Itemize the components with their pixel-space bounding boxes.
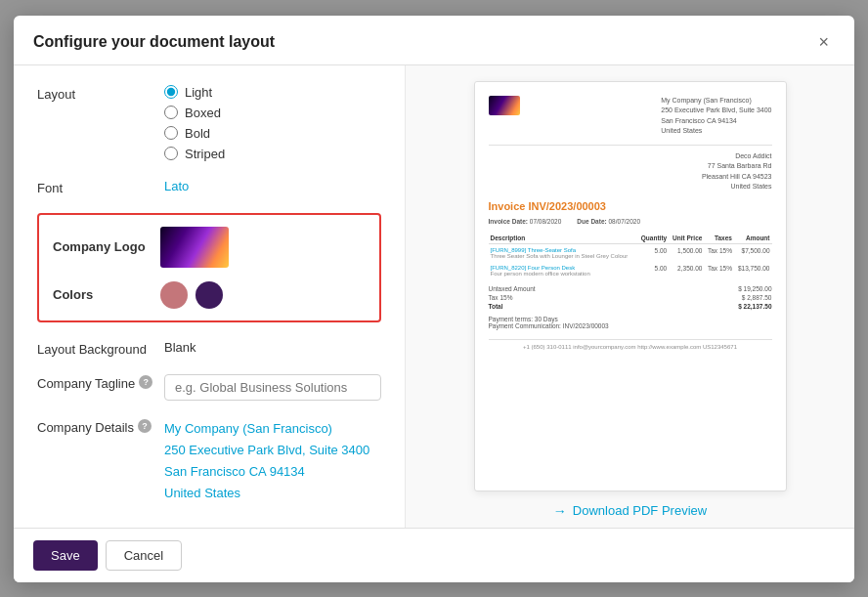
company-logo-colors-box: Company Logo Colors <box>37 213 381 322</box>
modal-body: Layout Light Boxed Bold <box>14 65 854 528</box>
inv-invoice-date: Invoice Date: 07/08/2020 <box>489 218 562 225</box>
company-details-label: Company Details <box>37 418 134 435</box>
cancel-button[interactable]: Cancel <box>106 540 182 571</box>
color-swatch-purple[interactable] <box>195 281 223 309</box>
inv-total-value: $ 22,137.50 <box>738 303 771 310</box>
company-details-label-wrap: Company Details ? <box>37 418 164 435</box>
inv-due-date-label: Due Date: <box>577 218 606 225</box>
inv-row1-price: 1,500.00 <box>669 243 704 262</box>
company-details-help-icon[interactable]: ? <box>138 419 152 433</box>
inv-summary-untaxed: Untaxed Amount $ 19,250.00 <box>489 285 772 292</box>
inv-table-header-row: Description Quantity Unit Price Taxes Am… <box>489 233 772 244</box>
configure-layout-modal: Configure your document layout × Layout … <box>14 16 854 582</box>
layout-bold-label: Bold <box>185 126 210 141</box>
save-button[interactable]: Save <box>33 540 98 571</box>
download-pdf-link[interactable]: → Download PDF Preview <box>553 503 707 519</box>
layout-bg-row: Layout Background Blank <box>37 340 381 357</box>
tagline-content <box>164 374 381 401</box>
inv-row1-taxes: Tax 15% <box>704 243 734 262</box>
company-logo-label: Company Logo <box>53 239 160 254</box>
inv-total-label: Total <box>489 303 503 310</box>
inv-col-price: Unit Price <box>669 233 704 244</box>
company-details-content: My Company (San Francisco) 250 Executive… <box>164 418 381 504</box>
inv-separator-1 <box>489 145 772 146</box>
layout-striped-label: Striped <box>185 147 225 161</box>
layout-bg-value: Blank <box>164 340 196 355</box>
layout-label: Layout <box>37 85 164 102</box>
inv-bill-to: Deco Addict 77 Santa Barbara Rd Pleasant… <box>489 151 772 192</box>
company-details-line-2: 250 Executive Park Blvd, Suite 3400 <box>164 440 381 461</box>
close-button[interactable]: × <box>812 31 835 53</box>
layout-radio-boxed[interactable] <box>164 106 178 119</box>
modal-header: Configure your document layout × <box>14 16 854 65</box>
download-pdf-label: Download PDF Preview <box>573 503 707 518</box>
table-row: [FURN_8220] Four Person Desk Four person… <box>489 262 772 279</box>
inv-summary: Untaxed Amount $ 19,250.00 Tax 15% $ 2,8… <box>489 285 772 310</box>
company-details-row: Company Details ? My Company (San Franci… <box>37 418 381 504</box>
inv-row2-price: 2,350.00 <box>669 262 704 279</box>
inv-company-info: My Company (San Francisco) 250 Executive… <box>661 96 771 137</box>
inv-bill-city: Pleasant Hill CA 94523 <box>489 172 772 183</box>
layout-radio-striped[interactable] <box>164 147 178 160</box>
font-value[interactable]: Lato <box>164 179 189 193</box>
font-row: Font Lato <box>37 179 381 195</box>
download-arrow-icon: → <box>553 503 567 519</box>
tagline-input[interactable] <box>164 374 381 401</box>
inv-company-name: My Company (San Francisco) <box>661 96 771 107</box>
inv-title: Invoice INV/2023/00003 <box>489 200 772 212</box>
layout-row: Layout Light Boxed Bold <box>37 85 381 161</box>
left-panel: Layout Light Boxed Bold <box>14 65 405 528</box>
inv-row2-qty: 5.00 <box>637 262 669 279</box>
font-content: Lato <box>164 179 381 193</box>
inv-dates: Invoice Date: 07/08/2020 Due Date: 08/07… <box>489 218 772 225</box>
layout-bg-content: Blank <box>164 340 381 355</box>
inv-company-address: 250 Executive Park Blvd, Suite 3400 <box>661 106 771 116</box>
layout-bg-label: Layout Background <box>37 340 164 357</box>
invoice-preview: My Company (San Francisco) 250 Executive… <box>474 81 787 491</box>
layout-radio-bold[interactable] <box>164 126 178 140</box>
inv-untaxed-value: $ 19,250.00 <box>738 285 771 292</box>
inv-row2-amount: $13,750.00 <box>734 262 772 279</box>
color-swatch-rose[interactable] <box>160 281 188 309</box>
inv-col-qty: Quantity <box>637 233 669 244</box>
inv-col-taxes: Taxes <box>704 233 734 244</box>
inv-header: My Company (San Francisco) 250 Executive… <box>489 96 772 137</box>
inv-bill-country: United States <box>489 182 772 192</box>
company-logo-image[interactable] <box>160 227 229 268</box>
inv-due-date: Due Date: 08/07/2020 <box>577 218 640 225</box>
inv-footer: +1 (650) 310-0111 info@yourcompany.com h… <box>489 339 772 350</box>
tagline-label-wrap: Company Tagline ? <box>37 374 164 391</box>
company-details-line-4: United States <box>164 483 381 504</box>
layout-option-striped[interactable]: Striped <box>164 147 381 161</box>
layout-option-light[interactable]: Light <box>164 85 381 100</box>
layout-option-bold[interactable]: Bold <box>164 126 381 141</box>
tagline-help-icon[interactable]: ? <box>139 375 152 389</box>
inv-tax-value: $ 2,887.50 <box>742 294 772 301</box>
inv-tax-label: Tax 15% <box>489 294 513 301</box>
company-details-line-3: San Francisco CA 94134 <box>164 461 381 483</box>
table-row: [FURN_8999] Three-Seater Sofa Three Seat… <box>489 243 772 262</box>
tagline-label: Company Tagline <box>37 374 135 391</box>
inv-summary-tax: Tax 15% $ 2,887.50 <box>489 294 772 301</box>
inv-payment-comm: Payment Communication: INV/2023/00003 <box>489 322 772 329</box>
company-details-line-1: My Company (San Francisco) <box>164 418 381 440</box>
modal-overlay: Configure your document layout × Layout … <box>0 0 868 597</box>
color-swatches <box>160 281 223 309</box>
layout-options: Light Boxed Bold Striped <box>164 85 381 161</box>
inv-summary-total: Total $ 22,137.50 <box>489 303 772 310</box>
layout-boxed-label: Boxed <box>185 106 221 120</box>
inv-col-desc: Description <box>489 233 638 244</box>
right-panel: My Company (San Francisco) 250 Executive… <box>405 65 854 528</box>
inv-company-country: United States <box>661 126 771 137</box>
inv-due-date-val: 08/07/2020 <box>608 218 640 225</box>
inv-row1-qty: 5.00 <box>637 243 669 262</box>
inv-bill-name: Deco Addict <box>489 151 772 162</box>
layout-option-boxed[interactable]: Boxed <box>164 106 381 120</box>
colors-row: Colors <box>53 281 366 309</box>
modal-title: Configure your document layout <box>33 33 275 51</box>
inv-row1-desc: [FURN_8999] Three-Seater Sofa Three Seat… <box>489 243 638 262</box>
font-label: Font <box>37 179 164 195</box>
layout-radio-light[interactable] <box>164 85 178 99</box>
inv-logo <box>489 96 520 115</box>
inv-company-city: San Francisco CA 94134 <box>661 116 771 127</box>
